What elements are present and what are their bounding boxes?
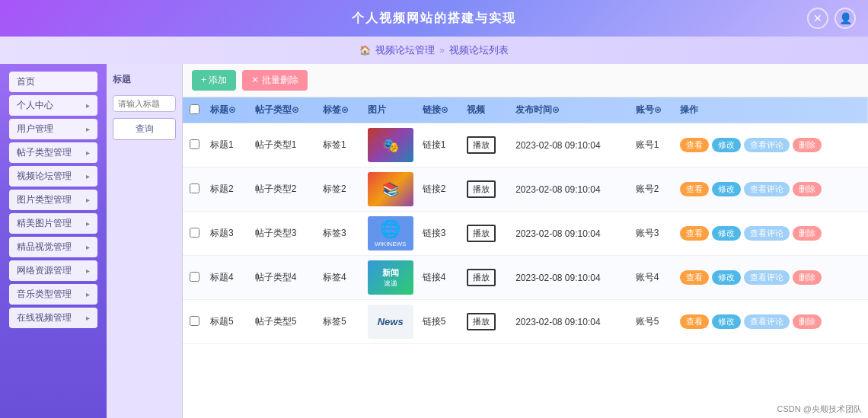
row-checkbox[interactable] bbox=[190, 228, 199, 238]
sidebar-item-forum[interactable]: 视频论坛管理 ▸ bbox=[9, 166, 97, 187]
cell-account: 账号5 bbox=[631, 300, 676, 344]
query-button[interactable]: 查询 bbox=[113, 118, 176, 140]
comment-button[interactable]: 查看评论 bbox=[744, 226, 790, 241]
cell-account: 账号2 bbox=[631, 168, 676, 212]
row-checkbox[interactable] bbox=[190, 272, 199, 282]
row-checkbox[interactable] bbox=[190, 316, 199, 326]
sidebar-label: 图片类型管理 bbox=[17, 193, 72, 206]
thumbnail-5: News bbox=[368, 305, 413, 339]
edit-button[interactable]: 修改 bbox=[712, 138, 741, 152]
breadcrumb-path2: 视频论坛列表 bbox=[449, 43, 509, 57]
header-icon-group: ✕ 👤 bbox=[807, 8, 856, 29]
col-link: 链接⊙ bbox=[418, 97, 463, 123]
cell-video: 播放 bbox=[462, 300, 511, 344]
sidebar-label: 网络资源管理 bbox=[17, 264, 72, 277]
sidebar-item-image[interactable]: 精美图片管理 ▸ bbox=[9, 213, 97, 234]
row-checkbox-cell bbox=[183, 212, 206, 256]
user-icon[interactable]: 👤 bbox=[834, 8, 856, 29]
edit-button[interactable]: 修改 bbox=[712, 182, 741, 196]
cell-post-type: 帖子类型2 bbox=[251, 168, 318, 212]
col-account: 账号⊙ bbox=[631, 97, 676, 123]
delete-button[interactable]: 删除 bbox=[793, 138, 822, 152]
delete-button[interactable]: 删除 bbox=[793, 314, 822, 329]
sidebar-item-online-video[interactable]: 在线视频管理 ▸ bbox=[9, 308, 97, 328]
chevron-right-icon: ▸ bbox=[86, 101, 90, 110]
cell-video: 播放 bbox=[462, 168, 511, 212]
chevron-right-icon: ▸ bbox=[86, 172, 90, 180]
edit-button[interactable]: 修改 bbox=[712, 226, 741, 241]
sidebar-item-music-type[interactable]: 音乐类型管理 ▸ bbox=[9, 284, 97, 305]
row-checkbox[interactable] bbox=[190, 183, 199, 193]
cell-link: 链接4 bbox=[418, 256, 463, 300]
delete-button[interactable]: 删除 bbox=[793, 226, 822, 241]
col-tag: 标签⊙ bbox=[318, 97, 363, 123]
chevron-right-icon: ▸ bbox=[86, 290, 90, 298]
cell-title: 标题2 bbox=[206, 168, 251, 212]
sidebar-item-image-type[interactable]: 图片类型管理 ▸ bbox=[9, 190, 97, 210]
video-status-badge: 播放 bbox=[467, 136, 496, 154]
cell-account: 账号1 bbox=[631, 123, 676, 168]
action-buttons: 查看 修改 查看评论 删除 bbox=[680, 270, 863, 285]
sidebar-label: 帖子类型管理 bbox=[17, 146, 72, 159]
sidebar-label: 用户管理 bbox=[17, 123, 53, 136]
comment-button[interactable]: 查看评论 bbox=[744, 138, 790, 152]
cell-actions: 查看 修改 查看评论 删除 bbox=[675, 123, 868, 168]
cell-tag: 标签2 bbox=[318, 168, 363, 212]
batch-delete-button[interactable]: ✕ 批量删除 bbox=[242, 70, 307, 91]
thumbnail-1: 🎭 bbox=[368, 128, 413, 162]
sidebar-item-users[interactable]: 用户管理 ▸ bbox=[9, 119, 97, 139]
cell-actions: 查看 修改 查看评论 删除 bbox=[675, 300, 868, 344]
filter-input[interactable] bbox=[113, 95, 176, 112]
app-title: 个人视频网站的搭建与实现 bbox=[352, 11, 516, 27]
video-status-badge: 播放 bbox=[467, 225, 496, 242]
thumbnail-4: 新闻速递 bbox=[368, 260, 413, 295]
delete-button[interactable]: 删除 bbox=[793, 270, 822, 285]
view-button[interactable]: 查看 bbox=[680, 182, 709, 196]
view-button[interactable]: 查看 bbox=[680, 270, 709, 285]
delete-button[interactable]: 删除 bbox=[793, 182, 822, 196]
chevron-right-icon: ▸ bbox=[86, 243, 90, 251]
video-status-badge: 播放 bbox=[467, 180, 496, 198]
cell-actions: 查看 修改 查看评论 删除 bbox=[675, 256, 868, 300]
sidebar-item-visual[interactable]: 精品视觉管理 ▸ bbox=[9, 237, 97, 257]
cell-tag: 标签1 bbox=[318, 123, 363, 168]
chevron-right-icon: ▸ bbox=[86, 266, 90, 275]
cell-title: 标题4 bbox=[206, 256, 251, 300]
sidebar-item-home[interactable]: 首页 bbox=[9, 72, 97, 92]
edit-button[interactable]: 修改 bbox=[712, 270, 741, 285]
col-video: 视频 bbox=[462, 97, 511, 123]
toolbar: + 添加 ✕ 批量删除 bbox=[183, 64, 868, 97]
comment-button[interactable]: 查看评论 bbox=[744, 182, 790, 196]
close-icon[interactable]: ✕ bbox=[807, 8, 828, 29]
view-button[interactable]: 查看 bbox=[680, 138, 709, 152]
cell-account: 账号3 bbox=[631, 212, 676, 256]
cell-post-type: 帖子类型3 bbox=[251, 212, 318, 256]
row-checkbox-cell bbox=[183, 256, 206, 300]
sidebar-item-post-type[interactable]: 帖子类型管理 ▸ bbox=[9, 142, 97, 163]
col-checkbox bbox=[183, 97, 206, 123]
row-checkbox-cell bbox=[183, 123, 206, 168]
table-row: 标题1 帖子类型1 标签1 🎭 链接1 播放 2023-02-08 09:10:… bbox=[183, 123, 868, 168]
cell-link: 链接2 bbox=[418, 168, 463, 212]
cell-title: 标题5 bbox=[206, 300, 251, 344]
cell-video: 播放 bbox=[462, 256, 511, 300]
edit-button[interactable]: 修改 bbox=[712, 314, 741, 329]
sidebar-label: 音乐类型管理 bbox=[17, 288, 72, 301]
comment-button[interactable]: 查看评论 bbox=[744, 314, 790, 329]
action-buttons: 查看 修改 查看评论 删除 bbox=[680, 138, 863, 152]
filter-label: 标题 bbox=[113, 73, 176, 86]
sidebar-item-network[interactable]: 网络资源管理 ▸ bbox=[9, 260, 97, 281]
view-button[interactable]: 查看 bbox=[680, 314, 709, 329]
view-button[interactable]: 查看 bbox=[680, 226, 709, 241]
add-button[interactable]: + 添加 bbox=[192, 70, 236, 91]
col-publish-time: 发布时间⊙ bbox=[511, 97, 630, 123]
comment-button[interactable]: 查看评论 bbox=[744, 270, 790, 285]
select-all-checkbox[interactable] bbox=[190, 104, 199, 114]
sidebar-item-profile[interactable]: 个人中心 ▸ bbox=[9, 95, 97, 116]
footer-brand: CSDN @央顺技术团队 bbox=[777, 404, 862, 415]
action-buttons: 查看 修改 查看评论 删除 bbox=[680, 226, 863, 241]
row-checkbox[interactable] bbox=[190, 139, 199, 149]
breadcrumb-home-icon: 🏠 bbox=[359, 45, 371, 56]
video-status-badge: 播放 bbox=[467, 269, 496, 286]
chevron-right-icon: ▸ bbox=[86, 219, 90, 228]
